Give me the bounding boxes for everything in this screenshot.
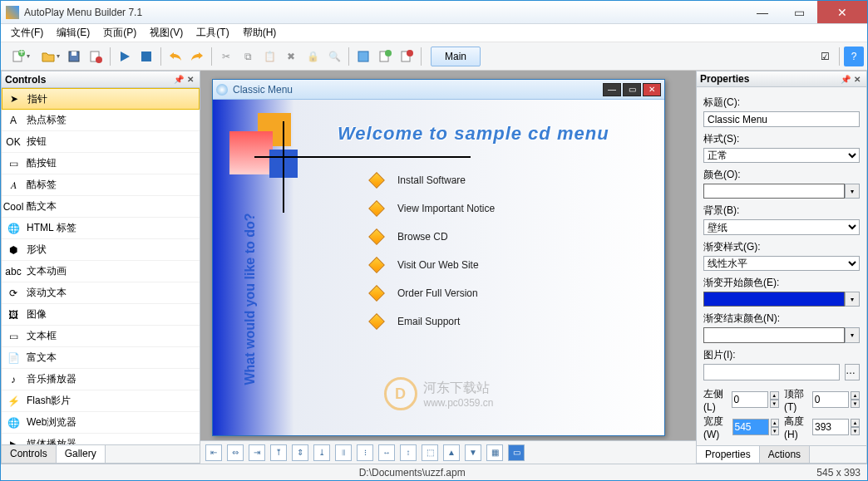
select-style[interactable]: 正常 <box>703 148 860 163</box>
align-bottom-icon[interactable]: ⤓ <box>313 444 330 461</box>
pin-icon[interactable]: 📌 <box>173 75 185 84</box>
menu-file[interactable]: 文件(F) <box>4 24 50 42</box>
spin-height[interactable]: ▲▼ <box>851 419 860 435</box>
gradient-end-picker[interactable]: ▾ <box>703 327 860 342</box>
select-background[interactable]: 壁纸 <box>703 219 860 234</box>
menu-edit[interactable]: 编辑(E) <box>50 24 96 42</box>
input-top[interactable] <box>812 391 849 408</box>
control-item-web[interactable]: 🌐Web浏览器 <box>2 412 200 434</box>
canvas-close-button[interactable]: ✕ <box>643 83 661 96</box>
maximize-button[interactable]: ▭ <box>781 1 817 23</box>
menu-item-3[interactable]: Visit Our Web Site <box>371 259 495 271</box>
menu-item-5[interactable]: Email Support <box>371 316 495 327</box>
control-item-media[interactable]: ▶媒体播放器 <box>2 434 200 444</box>
distribute-h-icon[interactable]: ⫴ <box>335 444 352 461</box>
control-item-coolbutton[interactable]: ▭酷按钮 <box>2 153 200 174</box>
send-back-icon[interactable]: ▼ <box>465 444 481 461</box>
page-tab-main[interactable]: Main <box>431 47 481 66</box>
control-item-hotlabel[interactable]: A热点标签 <box>2 110 200 131</box>
open-button[interactable] <box>34 47 62 66</box>
input-picture[interactable] <box>703 364 840 380</box>
tab-gallery[interactable]: Gallery <box>57 445 106 463</box>
chevron-down-icon[interactable]: ▾ <box>845 327 860 342</box>
delete-button[interactable]: ✖ <box>281 47 301 66</box>
chevron-down-icon[interactable]: ▾ <box>845 292 860 307</box>
bring-front-icon[interactable]: ▲ <box>443 444 460 461</box>
undo-button[interactable] <box>165 47 185 66</box>
align-top-icon[interactable]: ⤒ <box>270 444 287 461</box>
tab-actions[interactable]: Actions <box>760 446 810 463</box>
menu-item-1[interactable]: View Important Notice <box>371 203 495 214</box>
canvas-window[interactable]: Classic Menu — ▭ ✕ Welcome to sample cd … <box>212 79 665 436</box>
menu-help[interactable]: 帮助(H) <box>236 24 284 42</box>
align-right-icon[interactable]: ⇥ <box>249 444 265 461</box>
spin-width[interactable]: ▲▼ <box>771 419 780 435</box>
stop-button[interactable] <box>136 47 156 66</box>
input-height[interactable] <box>812 419 849 435</box>
menu-item-4[interactable]: Order Full Version <box>371 287 495 299</box>
input-left[interactable] <box>732 391 768 408</box>
gradient-start-picker[interactable]: ▾ <box>703 292 860 307</box>
control-item-cooltext[interactable]: Cool酷文本 <box>2 196 200 218</box>
tab-properties[interactable]: Properties <box>697 446 760 463</box>
same-size-icon[interactable]: ⬚ <box>422 444 438 461</box>
canvas-maximize-button[interactable]: ▭ <box>623 83 641 96</box>
canvas-body[interactable]: Welcome to sample cd menu What would you… <box>213 100 664 435</box>
lock-button[interactable]: 🔒 <box>303 47 323 66</box>
add-page-button[interactable] <box>375 47 395 66</box>
spin-top[interactable]: ▲▼ <box>851 391 860 408</box>
find-button[interactable]: 🔍 <box>324 47 344 66</box>
new-button[interactable]: + <box>4 47 32 66</box>
control-item-pointer[interactable]: ➤指针 <box>2 88 200 110</box>
tab-controls[interactable]: Controls <box>2 445 57 463</box>
panel-close-icon[interactable]: ✕ <box>851 75 863 84</box>
spin-left[interactable]: ▲▼ <box>770 391 779 408</box>
panel-close-icon[interactable]: ✕ <box>185 75 196 84</box>
help-button[interactable]: ? <box>844 47 864 66</box>
input-width[interactable] <box>732 419 769 435</box>
page-button[interactable] <box>353 47 373 66</box>
control-item-richtext[interactable]: 📄富文本 <box>2 347 200 369</box>
menu-view[interactable]: 视图(V) <box>143 24 190 42</box>
input-caption[interactable] <box>703 111 860 126</box>
control-item-music[interactable]: ♪音乐播放器 <box>2 369 200 390</box>
browse-picture-button[interactable]: … <box>845 364 860 380</box>
remove-page-button[interactable] <box>397 47 417 66</box>
control-item-textbox[interactable]: ▭文本框 <box>2 326 200 347</box>
run-button[interactable] <box>115 47 135 66</box>
control-item-button[interactable]: OK按钮 <box>2 131 200 153</box>
align-center-h-icon[interactable]: ⇔ <box>227 444 244 461</box>
color-picker[interactable]: ▾ <box>703 184 860 199</box>
control-item-coollabel[interactable]: 𝐴酷标签 <box>2 174 200 196</box>
distribute-v-icon[interactable]: ⫶ <box>357 444 373 461</box>
preview-icon[interactable]: ▭ <box>508 444 525 461</box>
side-text[interactable]: What would you like to do? <box>243 191 258 407</box>
close-button[interactable]: ✕ <box>817 1 867 23</box>
control-item-flash[interactable]: ⚡Flash影片 <box>2 390 200 412</box>
canvas-minimize-button[interactable]: — <box>603 83 621 96</box>
minimize-button[interactable]: — <box>744 1 781 23</box>
build-button[interactable] <box>86 47 106 66</box>
save-button[interactable] <box>64 47 84 66</box>
menu-page[interactable]: 页面(P) <box>96 24 143 42</box>
pin-icon[interactable]: 📌 <box>840 75 851 84</box>
menu-item-2[interactable]: Browse CD <box>371 231 495 243</box>
copy-button[interactable]: ⧉ <box>238 47 258 66</box>
menu-tools[interactable]: 工具(T) <box>190 24 235 42</box>
control-item-html[interactable]: 🌐HTML 标签 <box>2 218 200 239</box>
control-item-scrolltext[interactable]: ⟳滚动文本 <box>2 282 200 304</box>
design-canvas[interactable]: Classic Menu — ▭ ✕ Welcome to sample cd … <box>200 71 696 464</box>
options-button[interactable]: ☑ <box>815 47 835 66</box>
paste-button[interactable]: 📋 <box>259 47 279 66</box>
control-item-image[interactable]: 🖼图像 <box>2 304 200 326</box>
cut-button[interactable]: ✂ <box>216 47 236 66</box>
welcome-text[interactable]: Welcome to sample cd menu <box>338 123 609 145</box>
redo-button[interactable] <box>187 47 207 66</box>
align-center-v-icon[interactable]: ⇕ <box>292 444 308 461</box>
select-gradient-style[interactable]: 线性水平 <box>703 256 860 271</box>
control-item-shape[interactable]: ⬢形状 <box>2 239 200 261</box>
grid-icon[interactable]: ▦ <box>486 444 503 461</box>
control-item-textanim[interactable]: abc文本动画 <box>2 261 200 282</box>
same-width-icon[interactable]: ↔ <box>378 444 395 461</box>
chevron-down-icon[interactable]: ▾ <box>845 184 860 199</box>
